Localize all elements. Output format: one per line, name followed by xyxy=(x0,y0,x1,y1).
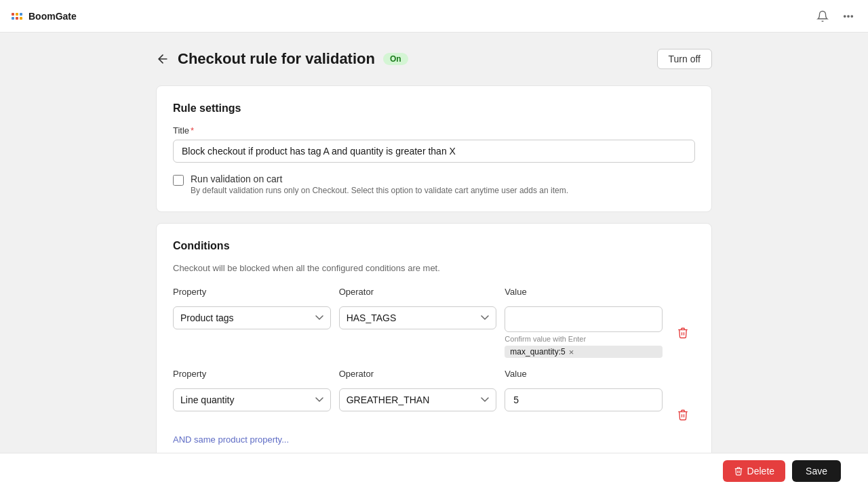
checkbox-label[interactable]: Run validation on cart xyxy=(191,174,282,184)
condition-row-1: Product tags Line quantity Product vendo… xyxy=(173,306,695,358)
nav-left: BoomGate xyxy=(11,9,77,23)
run-validation-checkbox[interactable] xyxy=(173,175,184,186)
app-logo: BoomGate xyxy=(11,9,77,23)
svg-rect-4 xyxy=(16,17,18,20)
property-header-2: Property xyxy=(173,369,331,379)
more-options-button[interactable] xyxy=(840,7,857,25)
condition-1-property-select[interactable]: Product tags Line quantity Product vendo… xyxy=(173,306,331,329)
title-field: Title* xyxy=(173,125,695,163)
svg-rect-5 xyxy=(20,17,22,20)
turn-off-button[interactable]: Turn off xyxy=(657,49,712,69)
back-button[interactable] xyxy=(156,52,170,66)
condition-2-operator-select[interactable]: GREATHER_THAN LESS_THAN EQUALS xyxy=(339,388,497,411)
checkbox-text: Run validation on cart By default valida… xyxy=(191,174,568,195)
condition-2-operator-col: GREATHER_THAN LESS_THAN EQUALS xyxy=(339,388,497,411)
save-button[interactable]: Save xyxy=(792,460,841,482)
tag-chip-remove-button[interactable]: × xyxy=(569,348,574,357)
title-label: Title* xyxy=(173,125,695,136)
condition-1-operator-col: HAS_TAGS NOT_HAS_TAGS xyxy=(339,306,497,329)
svg-rect-3 xyxy=(12,17,14,20)
status-badge: On xyxy=(383,53,408,65)
condition-2-delete-button[interactable] xyxy=(671,403,695,426)
top-nav: BoomGate xyxy=(0,0,868,33)
page-header: Checkout rule for validation On Turn off xyxy=(156,49,712,69)
svg-rect-2 xyxy=(20,13,22,16)
condition-1-value-col: Confirm value with Enter max_quantity:5 … xyxy=(505,306,663,358)
condition-2-value-col xyxy=(505,388,663,411)
condition-2-property-col: Line quantity Product tags Product vendo… xyxy=(173,388,331,411)
conditions-card: Conditions Checkout will be blocked when… xyxy=(156,223,712,488)
page-title: Checkout rule for validation xyxy=(178,50,375,68)
nav-right xyxy=(814,7,857,25)
and-same-product-button[interactable]: AND same product property... xyxy=(173,434,289,445)
validation-checkbox-row: Run validation on cart By default valida… xyxy=(173,174,695,195)
bottom-bar: Delete Save xyxy=(0,453,868,488)
svg-point-7 xyxy=(848,15,849,16)
delete-button-label: Delete xyxy=(747,466,774,476)
value-header: Value xyxy=(505,287,663,297)
conditions-title: Conditions xyxy=(173,240,695,252)
svg-rect-1 xyxy=(16,13,18,16)
required-star: * xyxy=(191,125,194,136)
condition-row-2: Line quantity Product tags Product vendo… xyxy=(173,388,695,426)
condition-1-operator-select[interactable]: HAS_TAGS NOT_HAS_TAGS xyxy=(339,306,497,329)
page-content: Checkout rule for validation On Turn off… xyxy=(129,33,739,488)
app-name: BoomGate xyxy=(28,11,77,22)
condition-1-tags-input[interactable] xyxy=(505,306,663,332)
value-header-2: Value xyxy=(505,369,663,379)
page-header-left: Checkout rule for validation On xyxy=(156,50,408,68)
condition-2-headers: Property Operator Value xyxy=(173,369,695,383)
notifications-button[interactable] xyxy=(814,7,831,25)
rule-settings-title: Rule settings xyxy=(173,102,695,115)
operator-header-2: Operator xyxy=(339,369,497,379)
conditions-description: Checkout will be blocked when all the co… xyxy=(173,263,695,273)
checkbox-description: By default validation runs only on Check… xyxy=(191,186,568,195)
confirm-hint: Confirm value with Enter xyxy=(505,335,663,343)
svg-rect-0 xyxy=(12,13,14,16)
title-input[interactable] xyxy=(173,140,695,163)
svg-point-6 xyxy=(844,15,846,16)
rule-settings-card: Rule settings Title* Run validation on c… xyxy=(156,85,712,212)
condition-1-delete-button[interactable] xyxy=(671,321,695,344)
condition-2-value-input[interactable] xyxy=(505,388,663,411)
property-header: Property xyxy=(173,287,331,297)
logo-icon xyxy=(11,9,24,23)
operator-header: Operator xyxy=(339,287,497,297)
tag-chip-max-quantity: max_quantity:5 × xyxy=(505,346,663,358)
delete-button[interactable]: Delete xyxy=(723,460,785,482)
condition-2-property-select[interactable]: Line quantity Product tags Product vendo… xyxy=(173,388,331,411)
svg-point-8 xyxy=(851,15,852,16)
condition-headers: Property Operator Value xyxy=(173,287,695,301)
tag-chip-label: max_quantity:5 xyxy=(510,347,565,357)
condition-1-property-col: Product tags Line quantity Product vendo… xyxy=(173,306,331,329)
